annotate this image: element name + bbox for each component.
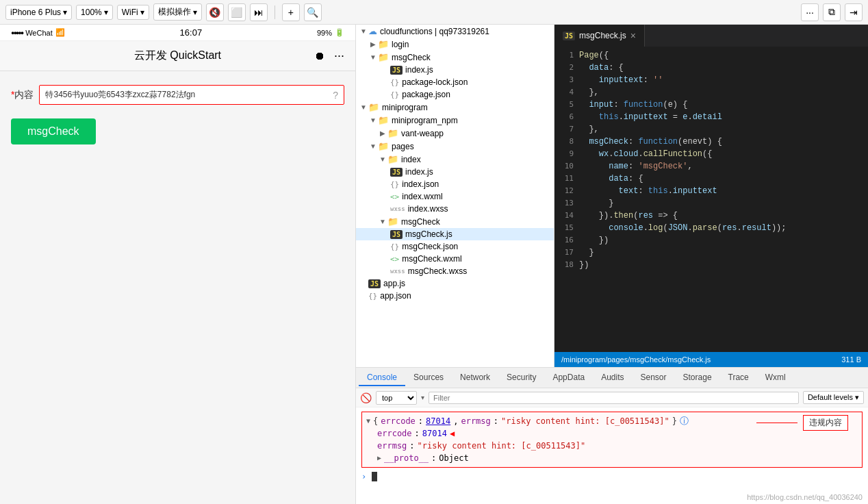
- tree-item-vant-weapp[interactable]: ▶ 📁 vant-weapp: [356, 127, 554, 140]
- form-input[interactable]: 特3456书yuuo莞6543李zxcz蒜7782法fgn ?: [39, 85, 344, 105]
- tab-sources[interactable]: Sources: [405, 370, 452, 386]
- more-button[interactable]: ···: [801, 3, 819, 21]
- wechat-record-icon[interactable]: ⏺: [314, 50, 325, 62]
- tab-trace[interactable]: Trace: [720, 370, 757, 386]
- filter-input[interactable]: [429, 392, 799, 404]
- line-code: console.log(JSON.parse(res.result));: [579, 222, 787, 234]
- tree-item-index-json[interactable]: {} index.json: [356, 178, 554, 190]
- tab-icon: JS: [563, 32, 575, 40]
- forward-button[interactable]: ⏭: [250, 3, 268, 21]
- clear-console-button[interactable]: 🚫: [360, 392, 372, 403]
- action-label: 模拟操作: [158, 6, 191, 18]
- tab-storage[interactable]: Storage: [675, 370, 720, 386]
- device-label: iPhone 6 Plus: [10, 8, 61, 17]
- help-icon[interactable]: ?: [333, 90, 338, 101]
- close-tab-icon[interactable]: ×: [630, 30, 636, 41]
- separator: [275, 5, 275, 19]
- folder-icon: 📁: [378, 141, 389, 151]
- tab-sensor[interactable]: Sensor: [633, 370, 675, 386]
- arrow-indicator: ◀: [450, 427, 455, 440]
- errcode-val[interactable]: 87014: [426, 415, 450, 427]
- tree-item-pages[interactable]: ▼ 📁 pages: [356, 140, 554, 153]
- code-line-14: 14 }).then(res => {: [554, 210, 868, 222]
- tree-item-msgcheck-pages[interactable]: ▼ 📁 msgCheck: [356, 215, 554, 228]
- tree-item-index-wxml[interactable]: <> index.wxml: [356, 190, 554, 203]
- editor-tab-msgcheck[interactable]: JS msgCheck.js ×: [554, 25, 645, 47]
- tree-item-app-json[interactable]: {} app.json: [356, 290, 554, 302]
- tree-item-msgcheck-wxss[interactable]: wxss msgCheck.wxss: [356, 265, 554, 277]
- tree-item-msgcheck-js[interactable]: JS msgCheck.js: [356, 228, 554, 240]
- wxss-icon: wxss: [390, 205, 405, 212]
- tree-label: pages: [392, 142, 414, 151]
- tree-label: package.json: [402, 90, 450, 99]
- tab-console[interactable]: Console: [359, 370, 405, 386]
- devtools-content: ▼ { errcode : 87014 , errmsg : "risky co…: [356, 407, 868, 504]
- form-label: *内容: [11, 85, 34, 101]
- log-level-selector[interactable]: Default levels ▾: [803, 391, 864, 404]
- tree-label: msgCheck.json: [402, 242, 458, 251]
- wechat-header: 云开发 QuickStart ⏺ ···: [0, 41, 355, 71]
- tab-network[interactable]: Network: [452, 370, 498, 386]
- search-button[interactable]: 🔍: [304, 3, 322, 21]
- json-icon: {}: [390, 90, 399, 99]
- tree-label: app.json: [380, 291, 411, 301]
- top-toolbar: iPhone 6 Plus ▾ 100% ▾ WiFi ▾ 模拟操作 ▾ 🔇 ⬜…: [0, 0, 868, 25]
- wechat-dots-icon[interactable]: ···: [334, 49, 344, 63]
- editor-body: 1 Page({ 2 data: { 3 inputtext: '' 4 },: [554, 47, 868, 352]
- tree-item-package-json[interactable]: {} package.json: [356, 88, 554, 101]
- add-button[interactable]: +: [282, 3, 300, 21]
- tree-item-index-wxss[interactable]: wxss index.wxss: [356, 203, 554, 215]
- line-num: 11: [554, 173, 579, 185]
- proto-val: Object: [439, 452, 468, 464]
- tab-appdata[interactable]: AppData: [544, 370, 593, 386]
- tree-item-package-lock[interactable]: {} package-lock.json: [356, 76, 554, 88]
- code-line-12: 12 text: this.inputtext: [554, 185, 868, 197]
- submit-button[interactable]: msgCheck: [11, 118, 96, 144]
- context-selector[interactable]: top: [376, 391, 417, 405]
- zoom-label: 100%: [81, 8, 102, 17]
- comma: ,: [453, 415, 458, 427]
- network-selector[interactable]: WiFi ▾: [117, 5, 149, 20]
- device-selector[interactable]: iPhone 6 Plus ▾: [5, 5, 72, 20]
- line-num: 14: [554, 210, 579, 222]
- window-button[interactable]: ⬜: [228, 3, 246, 21]
- expand-proto[interactable]: ▶: [377, 452, 381, 464]
- code-line-8: 8 msgCheck: function(enevt) {: [554, 136, 868, 148]
- split-button[interactable]: ⧉: [823, 3, 841, 21]
- tree-item-cloudfunctions[interactable]: ▼ ☁ cloudfunctions | qq973319261: [356, 25, 554, 38]
- tree-item-index-js-2[interactable]: JS index.js: [356, 166, 554, 178]
- tree-item-msgcheck-wxml[interactable]: <> msgCheck.wxml: [356, 253, 554, 265]
- action-selector[interactable]: 模拟操作 ▾: [153, 3, 202, 21]
- tree-item-miniprogram-npm[interactable]: ▼ 📁 miniprogram_npm: [356, 114, 554, 127]
- tree-item-login[interactable]: ▶ 📁 login: [356, 38, 554, 51]
- line-num: 4: [554, 86, 579, 99]
- tree-item-index-js-1[interactable]: JS index.js: [356, 64, 554, 76]
- remote-button[interactable]: ⇥: [845, 3, 863, 21]
- wechat-title: 云开发 QuickStart: [134, 49, 221, 63]
- json-icon: {}: [368, 292, 377, 301]
- line-num: 12: [554, 185, 579, 197]
- tab-security[interactable]: Security: [498, 370, 544, 386]
- tree-label: vant-weapp: [401, 129, 444, 138]
- expand-arrow: ▼: [378, 155, 387, 163]
- tree-item-index-folder[interactable]: ▼ 📁 index: [356, 153, 554, 166]
- brace-open: {: [373, 415, 378, 427]
- tree-item-msgcheck-folder[interactable]: ▼ 📁 msgCheck: [356, 51, 554, 64]
- line-num: 17: [554, 247, 579, 259]
- tree-item-miniprogram[interactable]: ▼ 📁 miniprogram: [356, 101, 554, 114]
- battery-label: 99%: [317, 29, 332, 37]
- tab-audits[interactable]: Audits: [593, 370, 632, 386]
- tab-wxml[interactable]: Wxml: [757, 370, 794, 386]
- console-line-errmsg: errmsg : "risky content hint: [c_0051154…: [366, 440, 858, 452]
- expand-icon[interactable]: ▼: [366, 415, 370, 427]
- tree-item-msgcheck-json[interactable]: {} msgCheck.json: [356, 240, 554, 253]
- file-tree-panel: ▼ ☁ cloudfunctions | qq973319261 ▶ 📁 log…: [356, 25, 554, 367]
- tree-item-app-js[interactable]: JS app.js: [356, 277, 554, 290]
- expand-arrow: ▼: [359, 27, 368, 35]
- info-icon[interactable]: ⓘ: [680, 415, 689, 427]
- battery-icon: 🔋: [335, 28, 344, 37]
- brace-close: }: [672, 415, 677, 427]
- mute-button[interactable]: 🔇: [206, 3, 224, 21]
- phone-status-right: 99% 🔋: [317, 28, 344, 37]
- zoom-selector[interactable]: 100% ▾: [76, 5, 113, 20]
